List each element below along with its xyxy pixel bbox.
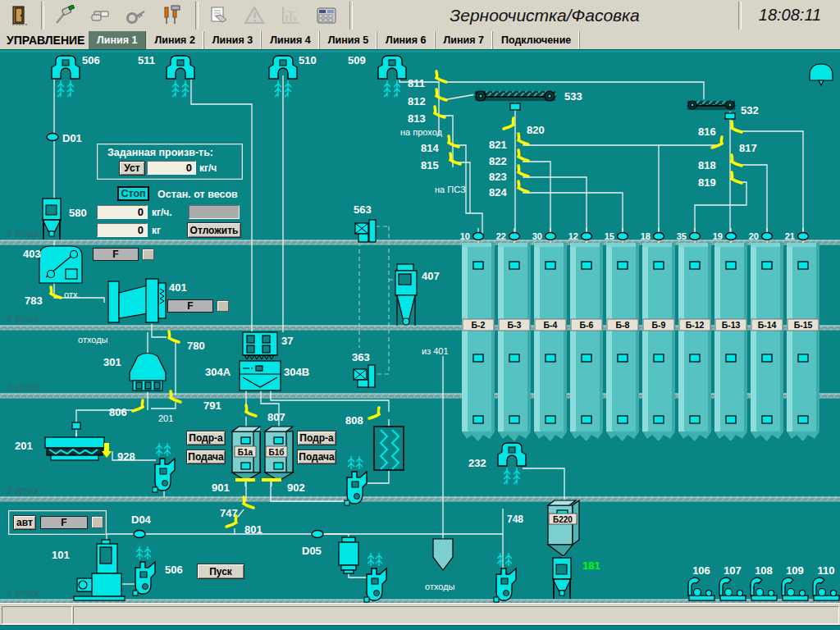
aspirator-machine[interactable] — [52, 56, 80, 97]
filter-machine[interactable] — [43, 199, 61, 240]
machine-401[interactable] — [108, 279, 166, 322]
flap-815[interactable] — [450, 153, 460, 164]
bin-Б-9[interactable]: Б-918 — [641, 228, 675, 441]
tab-линия-5[interactable]: Линия 5 — [320, 31, 377, 49]
gate-901[interactable] — [235, 478, 255, 486]
tab-линия-4[interactable]: Линия 4 — [262, 31, 319, 49]
rotary-feeder[interactable] — [153, 443, 175, 492]
f-display-403[interactable]: F — [93, 248, 139, 261]
exit-door-button[interactable] — [3, 2, 39, 30]
flap-822[interactable] — [518, 150, 528, 161]
bin-Б-15[interactable]: Б-1521 — [785, 228, 819, 441]
packer-108[interactable]: 108 — [751, 564, 777, 600]
podra-button-left[interactable]: Подр-а — [186, 431, 226, 445]
conveyor-532[interactable] — [687, 100, 736, 119]
f-display-401[interactable]: F — [167, 299, 213, 313]
gate-902[interactable] — [262, 478, 281, 486]
bin-Б-2[interactable]: Б-210 — [460, 228, 495, 441]
flap-813[interactable] — [435, 107, 445, 117]
defer-button[interactable]: Отложить — [187, 222, 241, 238]
machine-d05[interactable] — [339, 537, 358, 573]
connector-button[interactable] — [82, 2, 118, 30]
stop-button[interactable]: Стоп — [117, 186, 149, 201]
rotary-feeder[interactable] — [494, 553, 516, 602]
tab-линия-6[interactable]: Линия 6 — [377, 31, 435, 49]
flap-824[interactable] — [518, 181, 528, 192]
flap-823[interactable] — [518, 166, 528, 176]
machine-403[interactable] — [39, 246, 82, 283]
bin-valve[interactable] — [582, 233, 592, 240]
bin-Б-8[interactable]: Б-815 — [605, 228, 639, 441]
auto-button[interactable]: авт — [13, 515, 36, 530]
podacha-button-left[interactable]: Подача — [186, 450, 226, 464]
machine-563[interactable] — [355, 220, 376, 242]
flap-816[interactable] — [732, 121, 742, 132]
tab-подключение[interactable]: Подключение — [493, 31, 580, 49]
flap-783[interactable] — [51, 287, 61, 298]
bin-Б-13[interactable]: Б-1319 — [713, 228, 747, 441]
aspirator-machine[interactable] — [167, 56, 194, 97]
flap-818[interactable] — [732, 155, 742, 166]
valve-D05[interactable] — [312, 531, 323, 538]
setpoint-value[interactable]: 0 — [147, 161, 196, 175]
filter-machine[interactable] — [553, 558, 571, 599]
flap-808[interactable] — [369, 408, 379, 418]
bin-Б-4[interactable]: Б-430 — [532, 228, 567, 441]
flap-807[interactable] — [246, 405, 256, 416]
flap-812[interactable] — [436, 89, 446, 100]
valve-D04[interactable] — [134, 531, 145, 538]
bin-b220[interactable] — [548, 500, 579, 556]
machine-363[interactable] — [354, 365, 375, 387]
podra-button-right[interactable]: Подр-а — [297, 431, 336, 445]
flap-819[interactable] — [732, 172, 742, 183]
report-button[interactable] — [200, 2, 236, 30]
flap-820[interactable] — [504, 118, 514, 129]
bin-valve[interactable] — [798, 233, 809, 240]
tools-button[interactable] — [154, 2, 190, 30]
aspirator-machine[interactable] — [498, 443, 526, 484]
flap-780[interactable] — [169, 331, 179, 342]
key-button[interactable] — [118, 2, 154, 30]
rotary-feeder[interactable] — [364, 553, 386, 602]
bin-valve[interactable] — [509, 233, 520, 240]
tab-линия-3[interactable]: Линия 3 — [204, 31, 262, 49]
packer-109[interactable]: 109 — [782, 564, 808, 600]
f-square-403[interactable] — [142, 249, 154, 260]
bin-valve[interactable] — [654, 233, 664, 240]
bin-Б-12[interactable]: Б-1235 — [677, 228, 711, 441]
f-display-auto[interactable]: F — [40, 516, 88, 529]
aspirator-machine[interactable] — [378, 56, 406, 97]
bin-valve[interactable] — [762, 233, 773, 240]
cable-plug-button[interactable] — [46, 2, 82, 30]
bin-valve[interactable] — [690, 233, 701, 240]
tab-линия-7[interactable]: Линия 7 — [436, 31, 493, 49]
tab-линия-1[interactable]: Линия 1 — [89, 31, 146, 49]
bin-Б-3[interactable]: Б-322 — [496, 228, 531, 441]
flap-814[interactable] — [449, 136, 459, 147]
flap-817[interactable] — [712, 137, 722, 148]
bin-valve[interactable] — [473, 233, 484, 240]
rotary-feeder[interactable] — [133, 546, 155, 596]
chart-button[interactable] — [272, 2, 308, 30]
machine-101[interactable] — [74, 540, 125, 600]
set-button[interactable]: Уст — [119, 161, 145, 176]
machine-201[interactable] — [45, 422, 104, 460]
panel-button[interactable] — [308, 2, 345, 30]
bin-valve[interactable] — [726, 233, 737, 240]
start-button[interactable]: Пуск — [197, 564, 244, 579]
packer-107[interactable]: 107 — [719, 564, 746, 600]
warning-button[interactable] — [236, 2, 272, 30]
f-square-auto[interactable] — [91, 516, 103, 528]
alarm-bell-icon[interactable] — [810, 64, 833, 85]
heat-exchanger[interactable] — [374, 427, 404, 470]
podacha-button-right[interactable]: Подача — [297, 450, 336, 464]
packer-106[interactable]: 106 — [688, 564, 714, 600]
flap-806[interactable] — [133, 400, 143, 411]
machine-37-304[interactable] — [240, 332, 281, 390]
conveyor-533[interactable] — [474, 90, 556, 110]
bin-valve[interactable] — [618, 233, 628, 240]
bin-valve[interactable] — [546, 233, 556, 240]
flap-811[interactable] — [436, 71, 446, 82]
machine-407[interactable] — [395, 264, 417, 326]
machine-301[interactable] — [130, 354, 166, 391]
